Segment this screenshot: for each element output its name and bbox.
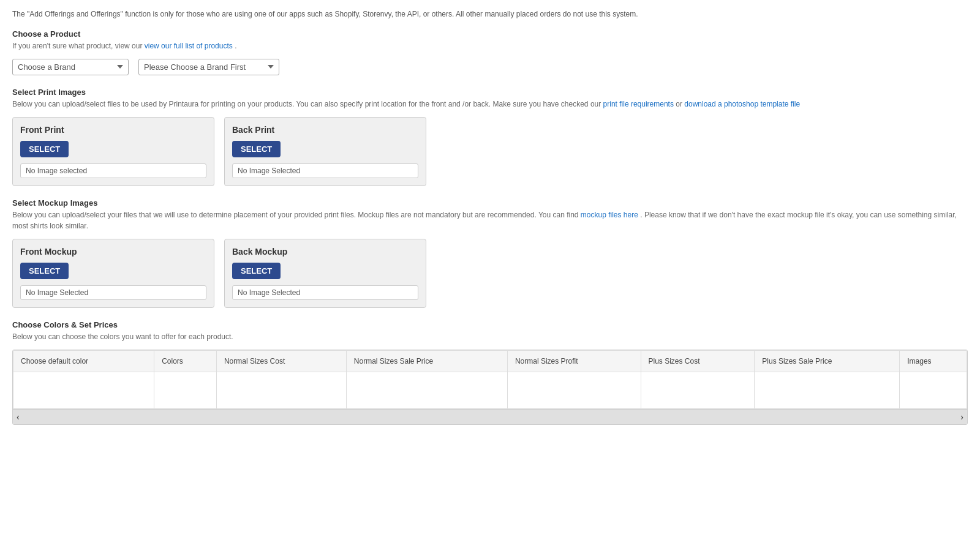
choose-product-desc: If you aren't sure what product, view ou… xyxy=(12,40,968,51)
back-print-panel: Back Print SELECT No Image Selected xyxy=(224,117,426,186)
back-print-filename: No Image Selected xyxy=(232,163,418,178)
product-select[interactable]: Please Choose a Brand First xyxy=(138,59,279,75)
back-print-select-button[interactable]: SELECT xyxy=(232,141,281,157)
table-scrollbar: ‹ › xyxy=(13,409,967,424)
cell-plus-sale-price xyxy=(755,372,900,408)
col-header-images: Images xyxy=(900,350,967,372)
mockup-files-link[interactable]: mockup files here xyxy=(581,211,638,219)
col-header-normal-profit: Normal Sizes Profit xyxy=(507,350,641,372)
col-header-normal-cost: Normal Sizes Cost xyxy=(216,350,346,372)
col-header-colors: Colors xyxy=(154,350,217,372)
front-mockup-select-button[interactable]: SELECT xyxy=(20,263,69,279)
choose-product-title: Choose a Product xyxy=(12,29,968,39)
colors-table-wrapper: Choose default color Colors Normal Sizes… xyxy=(12,350,968,425)
scroll-right-arrow[interactable]: › xyxy=(960,412,963,422)
col-header-plus-sale-price: Plus Sizes Sale Price xyxy=(755,350,900,372)
scroll-left-arrow[interactable]: ‹ xyxy=(17,412,20,422)
photoshop-template-link[interactable]: download a photoshop template file xyxy=(684,100,800,108)
mockup-images-title: Select Mockup Images xyxy=(12,198,968,208)
front-print-filename: No Image selected xyxy=(20,163,206,178)
cell-default-color xyxy=(13,372,154,408)
full-list-link[interactable]: view our full list of products xyxy=(145,42,233,50)
mockup-images-desc: Below you can upload/select your files t… xyxy=(12,209,968,231)
col-header-default-color: Choose default color xyxy=(13,350,154,372)
cell-plus-cost xyxy=(641,372,755,408)
colors-table: Choose default color Colors Normal Sizes… xyxy=(13,350,967,409)
notice-text: The "Add Offerings and Offerings" functi… xyxy=(12,9,968,20)
back-mockup-select-button[interactable]: SELECT xyxy=(232,263,281,279)
print-images-title: Select Print Images xyxy=(12,88,968,97)
cell-colors xyxy=(154,372,217,408)
back-print-title: Back Print xyxy=(232,125,418,135)
col-header-plus-cost: Plus Sizes Cost xyxy=(641,350,755,372)
cell-images xyxy=(900,372,967,408)
front-mockup-filename: No Image Selected xyxy=(20,285,206,300)
cell-normal-sale-price xyxy=(346,372,507,408)
table-row xyxy=(13,372,967,408)
front-print-select-button[interactable]: SELECT xyxy=(20,141,69,157)
cell-normal-profit xyxy=(507,372,641,408)
col-header-normal-sale-price: Normal Sizes Sale Price xyxy=(346,350,507,372)
colors-section-title: Choose Colors & Set Prices xyxy=(12,320,968,329)
cell-normal-cost xyxy=(216,372,346,408)
print-requirements-link[interactable]: print file requirements xyxy=(603,100,674,108)
front-print-title: Front Print xyxy=(20,125,206,135)
print-images-desc: Below you can upload/select files to be … xyxy=(12,99,968,110)
brand-select[interactable]: Choose a Brand xyxy=(12,59,129,75)
back-mockup-filename: No Image Selected xyxy=(232,285,418,300)
back-mockup-panel: Back Mockup SELECT No Image Selected xyxy=(224,239,426,308)
front-mockup-panel: Front Mockup SELECT No Image Selected xyxy=(12,239,214,308)
colors-section-desc: Below you can choose the colors you want… xyxy=(12,331,968,342)
front-print-panel: Front Print SELECT No Image selected xyxy=(12,117,214,186)
back-mockup-title: Back Mockup xyxy=(232,247,418,257)
front-mockup-title: Front Mockup xyxy=(20,247,206,257)
